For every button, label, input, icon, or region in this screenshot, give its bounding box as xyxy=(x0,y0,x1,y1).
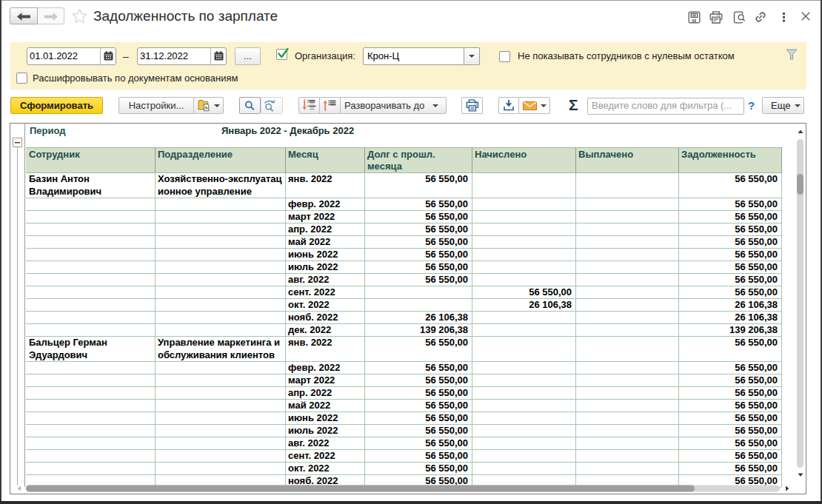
svg-text:56 550,00: 56 550,00 xyxy=(735,211,778,222)
svg-text:56 550,00: 56 550,00 xyxy=(735,337,778,348)
svg-text:56 550,00: 56 550,00 xyxy=(735,437,778,448)
svg-text:56 550,00: 56 550,00 xyxy=(735,261,778,272)
svg-text:окт. 2022: окт. 2022 xyxy=(288,299,330,310)
svg-text:56 550,00: 56 550,00 xyxy=(425,224,468,235)
svg-text:139 206,38: 139 206,38 xyxy=(420,324,468,335)
svg-text:56 550,00: 56 550,00 xyxy=(735,236,778,247)
svg-text:февр. 2022: февр. 2022 xyxy=(288,362,341,373)
svg-text:56 550,00: 56 550,00 xyxy=(425,261,468,272)
svg-text:56 550,00: 56 550,00 xyxy=(735,274,778,285)
svg-text:Начислено: Начислено xyxy=(475,149,527,160)
svg-text:март 2022: март 2022 xyxy=(288,374,335,386)
svg-text:56 550,00: 56 550,00 xyxy=(425,211,468,222)
svg-text:56 550,00: 56 550,00 xyxy=(425,274,468,285)
svg-text:окт. 2022: окт. 2022 xyxy=(288,463,330,474)
svg-text:Задолженность: Задолженность xyxy=(681,149,756,160)
svg-text:авг. 2022: авг. 2022 xyxy=(288,437,329,448)
svg-text:Выплачено: Выплачено xyxy=(578,149,633,160)
svg-text:нояб. 2022: нояб. 2022 xyxy=(288,475,338,486)
svg-text:март 2022: март 2022 xyxy=(288,211,335,222)
svg-text:56 550,00: 56 550,00 xyxy=(425,362,468,373)
svg-text:56 550,00: 56 550,00 xyxy=(735,425,778,436)
svg-text:56 550,00: 56 550,00 xyxy=(425,173,468,184)
svg-text:56 550,00: 56 550,00 xyxy=(735,475,778,486)
svg-text:Январь 2022 - Декабрь 2022: Январь 2022 - Декабрь 2022 xyxy=(221,125,354,136)
svg-text:56 550,00: 56 550,00 xyxy=(735,463,778,474)
svg-text:56 550,00: 56 550,00 xyxy=(735,173,778,184)
svg-text:56 550,00: 56 550,00 xyxy=(529,286,572,298)
svg-text:Базин Антон: Базин Антон xyxy=(29,173,90,184)
svg-text:56 550,00: 56 550,00 xyxy=(735,374,778,386)
svg-text:56 550,00: 56 550,00 xyxy=(425,249,468,260)
svg-text:авг. 2022: авг. 2022 xyxy=(288,274,329,285)
svg-text:56 550,00: 56 550,00 xyxy=(735,450,778,461)
svg-text:56 550,00: 56 550,00 xyxy=(425,412,468,423)
svg-text:56 550,00: 56 550,00 xyxy=(425,450,468,461)
svg-text:Месяц: Месяц xyxy=(288,149,318,160)
svg-text:56 550,00: 56 550,00 xyxy=(425,236,468,247)
svg-text:26 106,38: 26 106,38 xyxy=(529,299,572,310)
svg-text:56 550,00: 56 550,00 xyxy=(425,198,468,209)
svg-text:56 550,00: 56 550,00 xyxy=(425,374,468,386)
svg-text:месяца: месяца xyxy=(367,161,403,172)
svg-text:май 2022: май 2022 xyxy=(288,400,330,411)
svg-text:56 550,00: 56 550,00 xyxy=(425,400,468,411)
svg-text:56 550,00: 56 550,00 xyxy=(425,425,468,436)
svg-text:янв. 2022: янв. 2022 xyxy=(288,337,333,348)
svg-text:Управление маркетинга и: Управление маркетинга и xyxy=(158,337,280,348)
svg-text:26 106,38: 26 106,38 xyxy=(425,312,468,323)
svg-text:139 206,38: 139 206,38 xyxy=(729,324,778,335)
svg-text:февр. 2022: февр. 2022 xyxy=(288,198,341,209)
svg-text:ионное управление: ионное управление xyxy=(158,186,252,197)
svg-text:июнь 2022: июнь 2022 xyxy=(288,412,338,423)
svg-text:Эдуардович: Эдуардович xyxy=(29,349,87,360)
svg-text:Владимирович: Владимирович xyxy=(29,186,101,197)
svg-text:26 106,38: 26 106,38 xyxy=(735,299,778,310)
svg-text:56 550,00: 56 550,00 xyxy=(425,437,468,448)
svg-text:56 550,00: 56 550,00 xyxy=(735,362,778,373)
svg-text:56 550,00: 56 550,00 xyxy=(735,249,778,260)
svg-text:сент. 2022: сент. 2022 xyxy=(288,286,335,298)
svg-text:Хозяйственно-эксплуатац: Хозяйственно-эксплуатац xyxy=(158,173,282,184)
svg-text:Долг с прошл.: Долг с прошл. xyxy=(367,149,435,160)
svg-text:56 550,00: 56 550,00 xyxy=(425,387,468,398)
svg-text:56 550,00: 56 550,00 xyxy=(425,463,468,474)
svg-text:56 550,00: 56 550,00 xyxy=(735,400,778,411)
svg-text:дек. 2022: дек. 2022 xyxy=(288,324,331,335)
svg-text:обслуживания клиентов: обслуживания клиентов xyxy=(158,349,275,360)
svg-text:янв. 2022: янв. 2022 xyxy=(288,173,333,184)
svg-text:56 550,00: 56 550,00 xyxy=(735,412,778,423)
svg-text:нояб. 2022: нояб. 2022 xyxy=(288,312,338,323)
svg-text:26 106,38: 26 106,38 xyxy=(735,312,778,323)
svg-text:июнь 2022: июнь 2022 xyxy=(288,249,338,260)
svg-text:56 550,00: 56 550,00 xyxy=(735,198,778,209)
svg-text:июль 2022: июль 2022 xyxy=(288,425,338,436)
svg-text:56 550,00: 56 550,00 xyxy=(425,337,468,348)
svg-text:сент. 2022: сент. 2022 xyxy=(288,450,335,461)
svg-text:56 550,00: 56 550,00 xyxy=(735,286,778,298)
svg-text:Подразделение: Подразделение xyxy=(158,149,233,160)
svg-text:56 550,00: 56 550,00 xyxy=(425,475,468,486)
svg-text:Период: Период xyxy=(30,125,66,136)
svg-text:апр. 2022: апр. 2022 xyxy=(288,387,332,398)
svg-text:Сотрудник: Сотрудник xyxy=(29,149,80,160)
svg-text:июль 2022: июль 2022 xyxy=(288,261,338,272)
svg-text:56 550,00: 56 550,00 xyxy=(735,387,778,398)
svg-text:май 2022: май 2022 xyxy=(288,236,330,247)
svg-text:56 550,00: 56 550,00 xyxy=(735,224,778,235)
svg-text:апр. 2022: апр. 2022 xyxy=(288,224,332,235)
svg-text:Бальцер Герман: Бальцер Герман xyxy=(29,337,107,348)
